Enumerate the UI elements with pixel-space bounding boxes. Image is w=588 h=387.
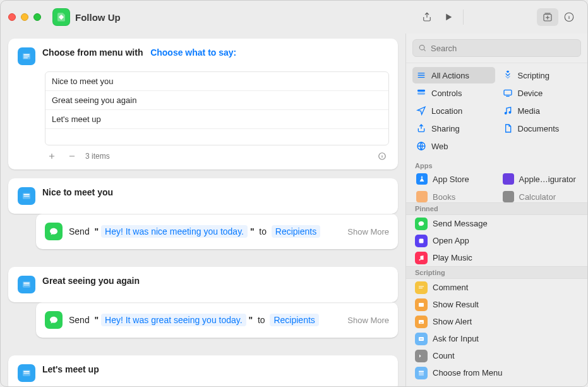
action-item[interactable]: Play Music	[406, 249, 587, 266]
action-item[interactable]: Count	[406, 347, 587, 364]
library-toggle-button[interactable]	[537, 8, 558, 26]
app-item[interactable]: Books	[412, 188, 495, 202]
apps-header: Apps	[406, 159, 587, 171]
toolbar-separator	[463, 9, 464, 25]
svg-rect-15	[23, 373, 29, 374]
action-item[interactable]: Show Result	[406, 296, 587, 313]
svg-rect-9	[23, 196, 29, 197]
action-item[interactable]: Show Alert	[406, 313, 587, 330]
svg-rect-23	[419, 238, 424, 243]
category-location[interactable]: Location	[412, 102, 495, 119]
svg-rect-28	[420, 322, 423, 323]
menu-items-list: Nice to meet you Great seeing you again …	[45, 71, 389, 145]
shortcut-app-icon	[52, 8, 70, 26]
svg-rect-5	[23, 58, 28, 58]
menu-item[interactable]: Let's meet up	[45, 109, 388, 128]
menu-case-card[interactable]: Nice to meet you	[8, 178, 398, 214]
case-title: Nice to meet you	[42, 187, 113, 197]
prompt-token[interactable]: Choose what to say:	[150, 47, 236, 58]
svg-point-24	[419, 259, 421, 261]
svg-rect-4	[23, 56, 29, 57]
menu-item-empty[interactable]	[45, 128, 388, 145]
svg-rect-32	[419, 372, 424, 374]
svg-rect-26	[419, 303, 424, 307]
svg-point-25	[423, 259, 424, 260]
search-input[interactable]	[431, 44, 575, 53]
action-info-button[interactable]	[375, 149, 389, 163]
menu-case-card[interactable]: Let's meet up	[8, 355, 398, 386]
window-controls	[8, 13, 41, 21]
recipients-token[interactable]: Recipients	[272, 225, 320, 238]
category-scripting[interactable]: Scripting	[499, 67, 582, 83]
details-button[interactable]	[558, 8, 580, 26]
messages-icon	[45, 311, 63, 329]
category-documents[interactable]: Documents	[499, 120, 582, 137]
action-send-message[interactable]: Send " Hey! It was great seeing you toda…	[36, 302, 398, 338]
send-message-line: Send " Hey! It was nice meeting you toda…	[69, 226, 320, 236]
action-item[interactable]: Open App	[406, 232, 587, 249]
show-more-button[interactable]: Show More	[347, 227, 389, 236]
app-item[interactable]: Calculator	[499, 188, 582, 202]
titlebar: Follow Up	[1, 1, 587, 34]
case-title: Let's meet up	[42, 364, 99, 374]
editor-canvas[interactable]: Choose from menu with Choose what to say…	[1, 34, 405, 386]
search-icon	[418, 44, 427, 52]
message-token[interactable]: Hey! It was great seeing you today.	[101, 314, 246, 326]
scripting-icon	[18, 187, 35, 205]
svg-rect-17	[417, 90, 425, 92]
svg-point-21	[509, 111, 511, 113]
pinned-header: Pinned	[406, 202, 587, 215]
category-web[interactable]: Web	[412, 138, 495, 154]
item-count: 3 items	[85, 152, 110, 161]
svg-rect-14	[23, 371, 29, 372]
action-choose-from-menu[interactable]: Choose from menu with Choose what to say…	[8, 39, 398, 169]
svg-rect-19	[504, 90, 512, 95]
scripting-icon	[18, 364, 35, 382]
case-title: Great seeing you again	[42, 276, 140, 286]
category-media[interactable]: Media	[499, 102, 582, 119]
search-field[interactable]	[412, 39, 581, 57]
category-controls[interactable]: Controls	[412, 85, 495, 101]
menu-item[interactable]: Nice to meet you	[45, 72, 388, 90]
menu-case-card[interactable]: Great seeing you again	[8, 267, 398, 302]
action-library-panel: All Actions Scripting Controls Device Lo…	[405, 34, 587, 386]
category-grid: All Actions Scripting Controls Device Lo…	[406, 63, 587, 159]
share-button[interactable]	[416, 8, 438, 26]
svg-rect-3	[23, 54, 29, 56]
action-item[interactable]: Ask for Input	[406, 330, 587, 347]
action-item[interactable]: Choose from Menu	[406, 364, 587, 381]
category-sharing[interactable]: Sharing	[412, 120, 495, 137]
category-all-actions[interactable]: All Actions	[412, 67, 495, 83]
menu-item[interactable]: Great seeing you again	[45, 90, 388, 109]
scripting-icon	[18, 276, 35, 293]
svg-rect-30	[420, 338, 423, 339]
message-token[interactable]: Hey! It was nice meeting you today.	[101, 225, 248, 238]
action-send-message[interactable]: Send " Hey! It was nice meeting you toda…	[36, 214, 398, 249]
add-item-button[interactable]	[45, 149, 59, 163]
action-item[interactable]: Comment	[406, 279, 587, 296]
svg-rect-31	[419, 371, 424, 372]
app-item[interactable]: App Store	[412, 171, 495, 187]
send-message-line: Send " Hey! It was great seeing you toda…	[69, 315, 319, 325]
svg-rect-33	[419, 374, 424, 376]
scripting-icon	[18, 47, 35, 65]
app-item[interactable]: Apple…igurator	[499, 171, 582, 187]
action-title-line: Choose from menu with Choose what to say…	[42, 47, 236, 58]
svg-rect-18	[417, 92, 425, 94]
remove-item-button[interactable]	[65, 149, 79, 163]
show-more-button[interactable]: Show More	[347, 316, 389, 325]
close-window-button[interactable]	[8, 13, 16, 21]
window-title: Follow Up	[75, 12, 121, 23]
scripting-header: Scripting	[406, 266, 587, 279]
minimize-window-button[interactable]	[21, 13, 28, 21]
category-device[interactable]: Device	[499, 85, 582, 101]
action-item[interactable]: Send Message	[406, 215, 587, 232]
run-button[interactable]	[438, 8, 459, 26]
svg-point-20	[505, 113, 507, 114]
svg-rect-8	[23, 194, 29, 195]
svg-rect-27	[419, 320, 424, 324]
recipients-token[interactable]: Recipients	[270, 314, 318, 326]
messages-icon	[45, 223, 63, 240]
zoom-window-button[interactable]	[33, 13, 41, 21]
svg-rect-12	[23, 285, 29, 285]
